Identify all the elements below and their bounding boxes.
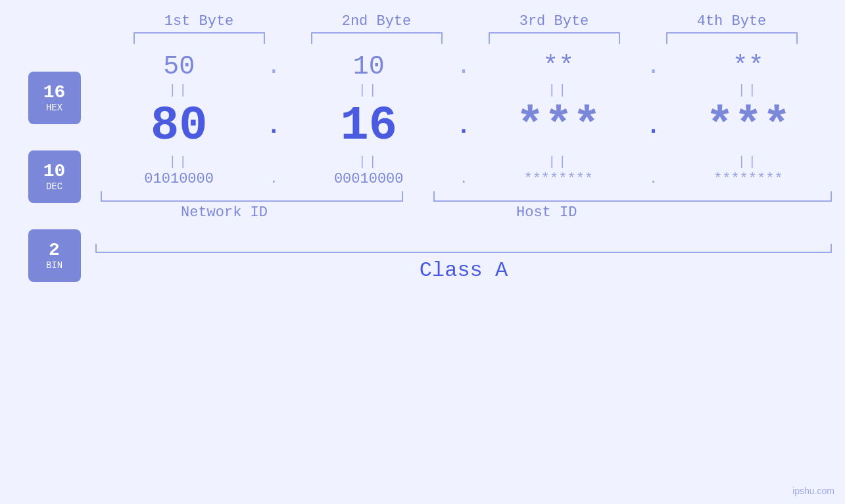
hex-row: 50 . 10 . ** . ** <box>95 52 832 81</box>
bracket-top-1 <box>133 32 265 44</box>
class-section: Class A <box>95 244 832 283</box>
byte-headers: 1st Byte 2nd Byte 3rd Byte 4th Byte <box>110 13 821 30</box>
dec-badge-label: DEC <box>46 181 62 192</box>
bin-badge: 2 BIN <box>28 229 81 282</box>
hex-badge: 16 HEX <box>28 72 81 124</box>
byte1-header: 1st Byte <box>133 13 265 30</box>
hex-b3: ** <box>489 52 627 81</box>
bin-dot3: . <box>644 171 664 187</box>
bin-b4: ******** <box>679 171 817 187</box>
dec-dot1: . <box>264 113 283 140</box>
host-id-label: Host ID <box>516 204 577 221</box>
dec-b2: 16 <box>300 99 438 153</box>
dec-b4: *** <box>679 99 817 153</box>
bin-badge-label: BIN <box>46 260 62 271</box>
bracket-top-4 <box>666 32 798 44</box>
top-brackets <box>110 32 821 44</box>
eq2-b1: || <box>110 154 248 170</box>
main-container: 1st Byte 2nd Byte 3rd Byte 4th Byte 16 H… <box>0 0 845 504</box>
hex-dot3: . <box>644 53 664 80</box>
bin-dot1: . <box>264 171 283 187</box>
byte3-header: 3rd Byte <box>489 13 620 30</box>
dec-badge: 10 DEC <box>28 150 81 203</box>
bottom-brackets-section: Network ID Host ID <box>95 191 832 231</box>
bracket-top-2 <box>311 32 443 44</box>
eq2-b4: || <box>679 154 817 170</box>
bin-badge-number: 2 <box>49 241 60 261</box>
bin-dot2: . <box>454 171 473 187</box>
bracket-top-3 <box>489 32 620 44</box>
hex-dot2: . <box>454 53 473 80</box>
eq1-b2: || <box>300 83 438 98</box>
badges-column: 16 HEX 10 DEC 2 BIN <box>0 52 95 288</box>
bin-row: 01010000 . 00010000 . ******** . *******… <box>95 171 832 187</box>
eq2-b2: || <box>300 154 438 170</box>
eq2-b3: || <box>489 154 627 170</box>
hex-b1: 50 <box>110 52 248 81</box>
equals-row-1: || || || || <box>95 81 832 99</box>
eq1-b3: || <box>489 83 627 98</box>
hex-b4: ** <box>679 52 817 81</box>
dec-row: 80 . 16 . *** . *** <box>95 99 832 153</box>
network-id-bracket <box>101 191 403 202</box>
eq1-b4: || <box>679 83 817 98</box>
hex-dot1: . <box>264 53 283 80</box>
eq1-b1: || <box>110 83 248 98</box>
dec-b3: *** <box>489 99 627 153</box>
bin-b1: 01010000 <box>110 171 248 187</box>
watermark: ipshu.com <box>792 486 834 496</box>
host-id-bracket <box>433 191 832 202</box>
dec-dot2: . <box>454 113 473 140</box>
hex-b2: 10 <box>300 52 438 81</box>
class-label: Class A <box>95 258 832 283</box>
byte2-header: 2nd Byte <box>311 13 443 30</box>
equals-row-2: || || || || <box>95 153 832 171</box>
dec-b1: 80 <box>110 99 248 153</box>
bin-b3: ******** <box>489 171 627 187</box>
dec-dot3: . <box>644 113 664 140</box>
hex-badge-label: HEX <box>46 103 62 113</box>
class-bracket <box>95 244 832 253</box>
hex-badge-number: 16 <box>43 83 66 103</box>
byte4-header: 4th Byte <box>666 13 798 30</box>
network-id-label: Network ID <box>181 204 268 221</box>
dec-badge-number: 10 <box>43 162 66 182</box>
bin-b2: 00010000 <box>300 171 438 187</box>
